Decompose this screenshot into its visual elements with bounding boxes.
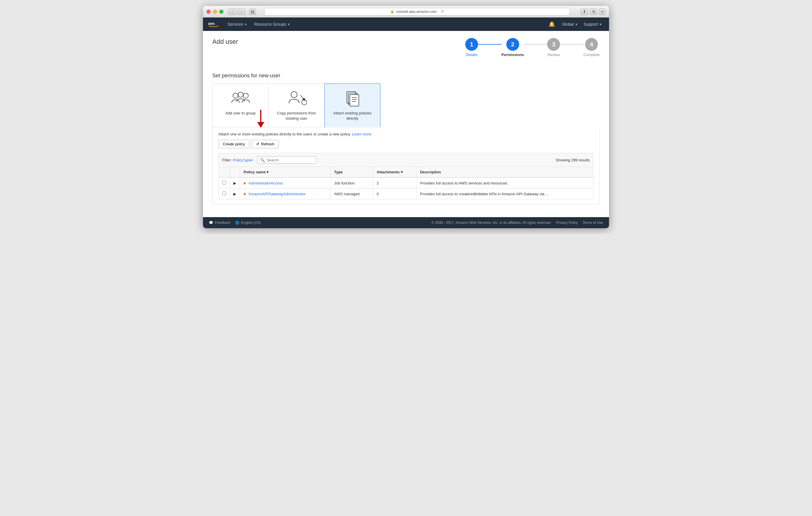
permission-cards: Add user to group xyxy=(212,83,600,127)
globe-icon: 🌐 xyxy=(235,221,239,225)
refresh-icon: ↺ xyxy=(256,142,259,146)
step-line-2-3 xyxy=(524,44,547,45)
step-1: 1 Details xyxy=(465,38,478,57)
services-caret: ▼ xyxy=(244,23,247,26)
policy-table: Policy name ▾ Type Attachments ▾ Descrip… xyxy=(219,167,593,199)
row1-expand[interactable]: ▶ xyxy=(230,178,240,189)
row1-policy-name: ■ AdministratorAccess xyxy=(240,178,330,189)
copy-permissions-label: Copy permissions from existing user xyxy=(273,111,320,121)
create-policy-button[interactable]: Create policy xyxy=(219,140,250,148)
svg-point-4 xyxy=(291,92,297,98)
policy-icon: ■ xyxy=(243,181,246,185)
row1-attachments: 2 xyxy=(373,178,416,189)
address-bar[interactable]: 🔒 console.aws.amazon.com ↺ xyxy=(264,8,570,16)
chat-icon: 💬 xyxy=(209,221,213,225)
step-4-circle: 4 xyxy=(585,38,598,51)
filter-caret[interactable]: ▾ xyxy=(251,159,253,162)
tab-button[interactable]: ⊡ xyxy=(249,8,256,15)
row2-description: Provides full access to create/edit/dele… xyxy=(416,189,593,199)
row2-checkbox[interactable] xyxy=(219,189,230,199)
add-tab-button[interactable]: + xyxy=(599,8,606,15)
back-button[interactable]: ‹ xyxy=(228,8,236,15)
step-4: 4 Complete xyxy=(583,38,600,57)
language-item[interactable]: 🌐 English (US) xyxy=(235,221,261,225)
step-3-label: Review xyxy=(547,53,560,57)
svg-point-3 xyxy=(243,93,248,98)
search-input[interactable] xyxy=(267,158,313,162)
address-text: console.aws.amazon.com xyxy=(396,10,436,14)
search-box[interactable]: 🔍 xyxy=(257,156,316,164)
feedback-label: Feedback xyxy=(215,221,230,225)
table-header-row: Policy name ▾ Type Attachments ▾ Descrip… xyxy=(219,167,593,178)
annotation-arrow xyxy=(255,110,267,131)
row2-type: AWS managed xyxy=(330,189,373,199)
th-attachments[interactable]: Attachments ▾ xyxy=(373,167,416,178)
main-content: Add user 1 Details 2 Permissions 3 Revie… xyxy=(203,31,609,217)
support-caret: ▼ xyxy=(599,23,602,26)
services-nav-item[interactable]: Services ▼ xyxy=(224,18,251,31)
copyright-text: © 2008 - 2017, Amazon Web Services, Inc.… xyxy=(431,221,551,225)
feedback-item[interactable]: 💬 Feedback xyxy=(209,221,230,225)
filter-label: Filter: xyxy=(222,158,232,162)
reload-icon[interactable]: ↺ xyxy=(441,9,444,14)
terms-of-use-link[interactable]: Terms of Use xyxy=(582,221,603,225)
row1-checkbox[interactable] xyxy=(219,178,230,189)
privacy-policy-link[interactable]: Privacy Policy xyxy=(556,221,578,225)
add-to-group-label: Add user to group xyxy=(226,111,256,116)
step-2-label: Permissions xyxy=(501,53,524,57)
th-expand xyxy=(230,167,240,178)
row1-policy-link[interactable]: AdministratorAccess xyxy=(249,181,283,185)
group-icon xyxy=(230,89,251,107)
svg-marker-14 xyxy=(257,122,264,128)
wizard-steps: 1 Details 2 Permissions 3 Review 4 Compl… xyxy=(465,38,600,57)
attach-policies-label: Attach existing policies directly xyxy=(329,111,375,121)
refresh-label: Refresh xyxy=(261,142,274,146)
svg-point-1 xyxy=(233,93,238,98)
step-2: 2 Permissions xyxy=(501,38,524,57)
step-1-circle: 1 xyxy=(465,38,478,51)
aws-logo-svg: aws xyxy=(208,20,219,29)
copy-permissions-card[interactable]: Copy permissions from existing user xyxy=(268,83,324,127)
traffic-lights xyxy=(206,10,224,14)
close-button[interactable] xyxy=(206,10,210,14)
resource-groups-label: Resource Groups xyxy=(254,22,286,27)
results-count: Showing 299 results xyxy=(556,158,590,162)
resource-groups-caret: ▼ xyxy=(287,23,290,26)
th-description: Description xyxy=(416,167,593,178)
support-nav-item[interactable]: Support ▼ xyxy=(581,22,604,27)
step-line-1-2 xyxy=(478,44,501,45)
th-checkbox xyxy=(219,167,230,178)
step-3: 3 Review xyxy=(547,38,560,57)
filter-value[interactable]: Policy type xyxy=(233,158,252,162)
info-text: Attach one or more existing policies dir… xyxy=(219,132,593,136)
svg-line-5 xyxy=(300,95,304,100)
step-3-circle: 3 xyxy=(547,38,560,51)
new-tab-button[interactable]: ⧉ xyxy=(590,8,597,15)
row2-policy-name: ■ AmazonAPIGatewayAdministrator xyxy=(240,189,330,199)
maximize-button[interactable] xyxy=(219,10,224,14)
language-label: English (US) xyxy=(241,221,261,225)
row1-description: Provides full access to AWS services and… xyxy=(416,178,593,189)
th-type[interactable]: Type xyxy=(330,167,373,178)
minimize-button[interactable] xyxy=(213,10,217,14)
step-line-3-4 xyxy=(560,44,583,45)
learn-more-link[interactable]: Learn more xyxy=(352,132,371,136)
row1-type: Job function xyxy=(330,178,373,189)
row2-expand[interactable]: ▶ xyxy=(230,189,240,199)
row2-attachments: 0 xyxy=(373,189,416,199)
resource-groups-nav-item[interactable]: Resource Groups ▼ xyxy=(251,18,294,31)
table-row: ▶ ■ AdministratorAccess Job function 2 P… xyxy=(219,178,593,189)
global-nav-item[interactable]: Global ▼ xyxy=(560,22,580,27)
global-label: Global xyxy=(562,22,574,27)
share-button[interactable]: ⬆ xyxy=(580,8,588,15)
attach-policies-card[interactable]: Attach existing policies directly xyxy=(324,83,380,127)
info-text-content: Attach one or more existing policies dir… xyxy=(219,132,351,136)
policy-icon: ■ xyxy=(243,192,246,196)
notifications-bell[interactable]: 🔔 xyxy=(545,21,558,27)
forward-button[interactable]: › xyxy=(237,8,245,15)
page-title: Add user xyxy=(212,38,238,46)
th-policy-name[interactable]: Policy name ▾ xyxy=(240,167,330,178)
action-buttons: Create policy ↺ Refresh xyxy=(219,140,593,148)
row2-policy-link[interactable]: AmazonAPIGatewayAdministrator xyxy=(249,192,306,196)
refresh-button[interactable]: ↺ Refresh xyxy=(252,140,279,148)
